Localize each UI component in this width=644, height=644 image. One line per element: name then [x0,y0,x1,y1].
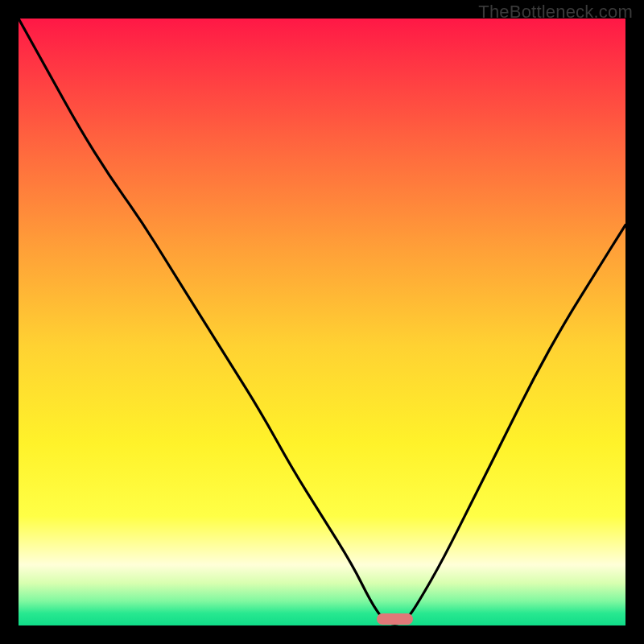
watermark-text: TheBottleneck.com [478,2,633,23]
curve-svg [19,19,625,625]
bottleneck-curve-path [19,19,625,624]
optimum-marker [377,613,413,625]
plot-area [19,19,625,625]
chart-container: TheBottleneck.com [0,0,644,644]
